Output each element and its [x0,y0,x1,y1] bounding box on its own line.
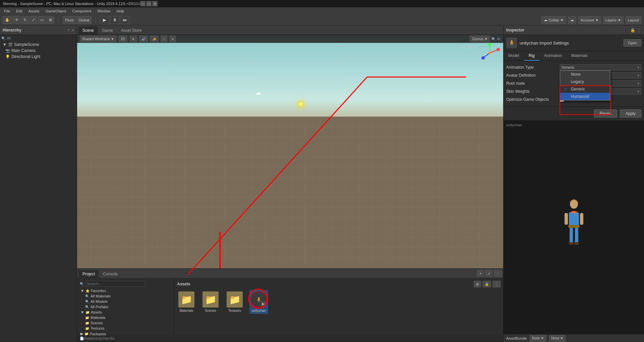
collab-icon: ☁ [544,18,547,22]
play-button[interactable]: ▶ [100,16,109,24]
tab-animation[interactable]: Animation [539,51,567,61]
asset-bundle-variant[interactable]: None ▼ [549,335,566,342]
materials-label: Materials [180,309,193,313]
lighting-button[interactable]: ☀ [129,36,137,42]
menu-window[interactable]: Window [95,8,113,14]
assets-more-btn[interactable]: ⋮ [492,281,501,287]
pause-button[interactable]: ⏸ [110,16,119,24]
account-button[interactable]: Account ▼ [578,16,601,24]
gizmos-button[interactable]: Gizmos ▼ [470,36,490,42]
materials-sidebar-item[interactable]: 📁 Materials [78,315,173,320]
animation-type-dropdown-trigger[interactable]: Generic [560,64,641,70]
all-models-item[interactable]: 🔍 All Models [78,299,173,304]
unitychan-icon: 🧍 ▶ [251,291,267,307]
tab-project[interactable]: Project [78,270,99,278]
asset-bundle-value[interactable]: None ▼ [530,335,546,342]
menu-edit[interactable]: Edit [13,8,25,14]
minimize-button[interactable]: ─ [140,1,145,6]
assets-search-input[interactable] [85,281,145,287]
layers-button[interactable]: Layers ▼ [603,16,624,24]
hierarchy-item-directionallight[interactable]: 💡 Directional Light [0,54,77,60]
inspector-panel: Inspector 🔒 ⋮ 🧍 unitychan Import Setting… [503,25,644,342]
packages-header[interactable]: ▶ 📁 Packages [78,331,173,335]
step-button[interactable]: ⏭ [120,16,129,24]
project-menu-btn[interactable]: + [477,270,484,277]
tab-game[interactable]: Game [98,26,117,35]
hierarchy-search-icon: 🔍 [1,37,5,40]
render-mode-button[interactable]: Shaded Wireframe ▼ [80,36,116,42]
tab-materials[interactable]: Materials [567,51,592,61]
hand-tool[interactable]: ✋ [3,16,12,24]
fog-toggle[interactable]: ≡ [169,36,176,42]
collab-button[interactable]: ☁ Collab ▼ [541,16,566,24]
rotate-tool[interactable]: ↻ [21,16,29,24]
root-node-label: Root node [506,81,560,86]
favorites-arrow: ▼ [80,289,84,293]
textures-folder-icon2: 📁 [227,291,243,307]
hierarchy-add-button[interactable]: + [67,28,70,32]
skybox-toggle[interactable]: □ [161,36,167,42]
rect-tool[interactable]: ▭ [38,16,46,24]
hierarchy-item-samplescene[interactable]: ▼ 🎬 SampleScene [0,42,77,48]
dropdown-none[interactable]: None [560,71,610,78]
asset-scenes[interactable]: 📁 Scenes [201,290,220,314]
menu-assets[interactable]: Assets [26,8,42,14]
scene-cloud: ☁ [255,88,261,96]
asset-materials[interactable]: 📁 Materials [177,290,196,314]
layout-button[interactable]: Layout [626,16,641,24]
menu-gameobject[interactable]: GameObject [43,8,69,14]
cloud-button[interactable]: ☁ [568,16,576,24]
hierarchy-menu-button[interactable]: ≡ [72,28,74,32]
tab-asset-store[interactable]: Asset Store [117,26,146,35]
tab-model[interactable]: Model [504,51,524,61]
asset-unitychan[interactable]: 🧍 ▶ unitychan [249,290,268,314]
scenes-sidebar-item[interactable]: 📁 Scenes [78,320,173,326]
dropdown-generic[interactable]: ✓ Generic [560,85,610,93]
textures-sidebar-item[interactable]: 📁 Textures [78,326,173,331]
hierarchy-camera-label: Main Camera [11,48,36,53]
close-button[interactable]: ✕ [152,1,158,6]
tab-rig[interactable]: Rig [524,51,539,61]
inspector-settings-icon[interactable]: ⋮ [637,28,641,32]
animation-type-label: Animation Type [506,65,560,70]
inspector-lock-icon[interactable]: 🔒 [630,28,635,32]
playback-group: ▶ ⏸ ⏭ [100,16,129,24]
project-expand-btn[interactable]: ⤢ [485,270,492,277]
fx-button[interactable]: ✨ [150,36,159,42]
favorites-header[interactable]: ▼ ⭐ Favorites [78,288,173,293]
global-button[interactable]: Global [76,16,92,24]
dropdown-humanoid[interactable]: Humanoid [560,93,610,100]
hierarchy-search-row: 🔍 All [0,35,77,42]
dropdown-legacy[interactable]: Legacy [560,78,610,85]
audio-button[interactable]: 🔊 [139,36,148,42]
project-settings-btn[interactable]: ⋮ [494,270,502,277]
titlebar-controls: ─ □ ✕ [140,1,158,6]
assets-view-btn[interactable]: ⊞ [474,281,481,287]
scale-tool[interactable]: ⤢ [30,16,37,24]
assets-lock-btn[interactable]: 🔒 [482,281,491,287]
tab-console[interactable]: Console [99,270,122,278]
menu-component[interactable]: Component [69,8,94,14]
combo-tool[interactable]: ⊞ [47,16,54,24]
scenes-label: Scenes [205,309,216,313]
asset-textures[interactable]: 📁 Textures [225,290,244,314]
menu-file[interactable]: File [1,8,13,14]
assets-arrow: ▼ [80,310,84,314]
menu-help[interactable]: Help [114,8,127,14]
open-button[interactable]: Open [624,39,641,47]
scene-gizmo[interactable] [480,43,500,63]
all-materials-item[interactable]: 🔍 All Materials [78,293,173,299]
bottom-tabs: Project Console + ⤢ ⋮ [77,269,503,278]
all-prefabs-item[interactable]: 🔍 All Prefabs [78,304,173,310]
tab-scene[interactable]: Scene [78,26,98,35]
apply-button[interactable]: Apply [620,110,641,118]
dimension-button[interactable]: 2D [118,36,127,42]
move-tool[interactable]: ✛ [13,16,20,24]
assets-header-item[interactable]: ▼ 📁 Assets [78,310,173,315]
maximize-button[interactable]: □ [146,1,152,6]
camera-icon: 📷 [5,49,10,53]
hierarchy-item-maincamera[interactable]: 📷 Main Camera [0,48,77,54]
unitychan-label: unitychan [252,309,266,313]
pivot-button[interactable]: Pivot [63,16,75,24]
revert-button[interactable]: Revert [594,110,617,118]
